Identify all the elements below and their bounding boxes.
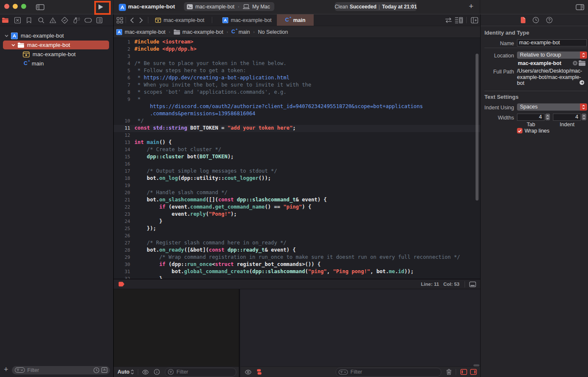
clear-console-trash-icon[interactable] [446,369,451,375]
minimap-options-icon[interactable] [455,17,463,23]
go-back-chevron-icon[interactable] [130,17,134,23]
code-line[interactable]: 17 /* Output simple log messages to stdo… [114,168,480,175]
code-line[interactable]: 23 event.reply("Pong!"); [114,211,480,218]
breakpoint-navigator-icon[interactable] [85,18,92,22]
source-control-navigator-icon[interactable] [14,17,21,23]
wrap-lines-checkbox[interactable] [517,128,522,133]
jump-bar-segment[interactable]: No Selection [258,29,288,35]
history-inspector-icon[interactable] [533,17,539,23]
code-line[interactable]: 10 */ [114,118,480,125]
code-line[interactable]: 1#include <iostream> [114,39,480,46]
console-view[interactable]: Filter [241,289,480,377]
toggle-left-sidebar-icon[interactable] [36,4,44,10]
test-navigator-icon[interactable] [61,17,68,24]
code-line[interactable]: 8 * scopes 'bot' and 'applications.comma… [114,89,480,96]
location-dropdown[interactable]: Relative to Group [517,52,587,59]
open-path-arrow-icon[interactable] [580,80,584,85]
code-line[interactable]: 26 [114,233,480,240]
toggle-variables-view-icon[interactable] [460,369,467,375]
activity-status[interactable]: Clean Succeeded | Today at 21:01 [335,2,417,11]
go-forward-chevron-icon[interactable] [139,17,143,23]
code-line[interactable]: 4/* Be sure to place your token in the l… [114,60,480,68]
disclosure-chevron-icon[interactable] [11,44,15,46]
indent-using-dropdown[interactable]: Spaces [517,103,587,111]
find-navigator-icon[interactable] [38,17,44,23]
jump-bar-segment[interactable]: mac-example-bot [183,29,224,35]
code-line[interactable]: 6 * https://dpp.dev/creating-a-bot-appli… [114,75,480,82]
window-zoom-button[interactable] [21,4,26,9]
indent-width-field[interactable]: 4 [553,114,581,121]
code-line[interactable]: 5 * Follow steps here to get a token: [114,68,480,75]
indent-width-stepper[interactable] [582,114,586,120]
navigator-filter-field[interactable]: Filter [12,366,110,374]
tab-width-field[interactable]: 4 [517,114,544,121]
variables-info-icon[interactable] [154,369,160,375]
code-line[interactable]: 28 bot.on_ready([&bot](const dpp::ready_… [114,247,480,254]
file-inspector-icon[interactable] [520,17,525,23]
code-line[interactable]: 25 }); [114,225,480,233]
code-line[interactable]: 30 if (dpp::run_once<struct register_bot… [114,261,480,269]
tree-item-project-root[interactable]: mac-example-bot [0,31,113,40]
debug-navigator-icon[interactable] [73,17,80,23]
editor-tab-project[interactable]: mac-example-bot [222,14,272,26]
editor-scrollbar[interactable] [476,54,479,201]
code-line[interactable]: 16 [114,161,480,168]
code-line[interactable]: 21 bot.on_slashcommand([](const dpp::sla… [114,197,480,204]
code-line[interactable]: 19 [114,182,480,190]
code-line[interactable]: 15 dpp::cluster bot(BOT_TOKEN); [114,154,480,161]
add-file-button[interactable]: + [4,365,8,374]
library-add-button[interactable]: + [469,2,473,11]
code-line[interactable]: 12 [114,132,480,139]
code-line[interactable]: 18 bot.on_log(dpp::utility::cout_logger(… [114,175,480,182]
source-editor[interactable]: 1#include <iostream>2#include <dpp/dpp.h… [114,38,480,279]
code-line[interactable]: 11const std::string BOT_TOKEN = "add you… [114,125,480,132]
code-line[interactable]: https://discord.com/oauth2/authorize?cli… [114,103,480,111]
code-line[interactable]: 24 } [114,218,480,225]
code-line[interactable]: 22 if (event.command.get_command_name() … [114,204,480,211]
code-line[interactable]: 27 /* Register slash command here in on_… [114,240,480,247]
disclosure-chevron-icon[interactable] [5,35,8,37]
breakpoints-toggle-icon[interactable] [118,282,125,287]
code-line[interactable]: 14 /* Create bot cluster */ [114,146,480,154]
variables-eye-icon[interactable] [142,370,149,374]
code-line[interactable]: 13int main() { [114,139,480,146]
help-inspector-icon[interactable] [546,17,552,23]
code-line[interactable]: 31 bot.global_command_create(dpp::slashc… [114,269,480,276]
scope-stepper-icon[interactable] [131,369,134,374]
tab-overview-grid-icon[interactable] [117,17,123,23]
code-line[interactable]: 2#include <dpp/dpp.h> [114,46,480,53]
variables-view[interactable]: Auto Filter [114,289,240,377]
tree-item-group-folder[interactable]: mac-example-bot [0,41,113,49]
jump-bar-segment[interactable]: mac-example-bot [125,29,166,35]
tab-width-stepper[interactable] [545,114,550,120]
code-line[interactable]: 3 [114,53,480,60]
tree-item-product[interactable]: mac-example-bot [0,50,113,59]
console-eye-icon[interactable] [245,370,252,374]
tree-item-main-cpp[interactable]: C+ main [0,59,113,68]
variables-scope-selector[interactable]: Auto [118,369,129,375]
editor-tab-main-active[interactable]: C+ main [277,14,314,26]
add-editor-icon[interactable] [471,17,478,23]
window-minimize-button[interactable] [13,4,18,9]
choose-folder-icon[interactable] [579,60,585,66]
editor-only-layout-icon[interactable] [469,282,476,287]
editor-tab-product[interactable]: mac-example-bot [155,14,205,26]
code-line[interactable]: .commands&permissions=139586816064 [114,111,480,118]
scheme-selector[interactable]: mac-example-bot › My Mac [184,2,274,11]
code-line[interactable]: 9 * [114,96,480,103]
console-filter-field[interactable]: Filter [336,368,441,377]
variables-filter-field[interactable]: Filter [165,368,236,377]
code-review-arrows-icon[interactable] [445,17,452,23]
code-line[interactable]: 20 /* Handle slash command */ [114,190,480,197]
code-line[interactable]: 32 } [114,276,480,279]
window-close-button[interactable] [4,4,9,9]
code-line[interactable]: 7 * When you invite the bot, be sure to … [114,82,480,89]
name-field[interactable]: mac-example-bot [517,39,587,46]
toggle-console-view-icon[interactable] [470,369,477,375]
jump-bar-segment[interactable]: main [238,29,250,35]
source-control-status-filter-icon[interactable] [101,367,107,373]
code-line[interactable]: 29 /* Wrap command registration in run_o… [114,254,480,261]
clear-location-icon[interactable] [573,61,577,65]
issue-navigator-icon[interactable] [49,17,56,23]
report-navigator-icon[interactable] [96,17,102,23]
